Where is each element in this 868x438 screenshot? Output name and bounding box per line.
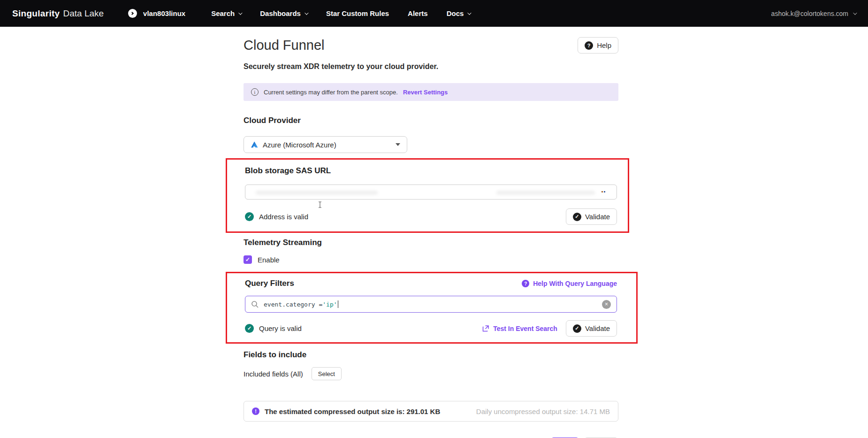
query-string-literal: 'ip'	[322, 301, 337, 308]
chevron-down-icon	[853, 11, 857, 15]
chevron-down-icon	[467, 11, 471, 15]
help-button-label: Help	[597, 41, 611, 49]
nav-item-dashboards[interactable]: Dashboards	[260, 9, 307, 17]
nav-item-search[interactable]: Search	[211, 9, 241, 17]
main-content: Cloud Funnel ? Help Securely stream XDR …	[244, 37, 618, 438]
redacted-text	[496, 191, 595, 194]
user-menu[interactable]: ashok.k@colortokens.com	[771, 10, 856, 17]
revert-settings-link[interactable]: Revert Settings	[403, 89, 448, 96]
page-subtitle: Securely stream XDR telemetry to your cl…	[244, 62, 618, 71]
nav-item-star-custom-rules[interactable]: Star Custom Rules	[326, 9, 389, 17]
scope-selector[interactable]: vlan803linux	[128, 9, 185, 18]
redacted-text	[256, 191, 378, 194]
brand-data-lake: Data Lake	[63, 8, 104, 19]
enable-label: Enable	[258, 256, 280, 264]
banner-text: Current settings may differ from the par…	[264, 89, 398, 96]
top-navbar: Singularity Data Lake vlan803linux Searc…	[0, 0, 868, 27]
enable-checkbox[interactable]: ✓	[244, 255, 252, 264]
sas-validate-button[interactable]: ✓ Validate	[566, 208, 617, 225]
page-title: Cloud Funnel	[244, 38, 325, 53]
query-text: event.category = 'ip'	[264, 300, 597, 308]
query-filters-highlight-box: Query Filters ? Help With Query Language…	[226, 272, 638, 344]
check-circle-icon: ✓	[573, 324, 581, 333]
sas-status-text: Address is valid	[259, 213, 566, 221]
search-icon	[251, 300, 259, 308]
test-link-label: Test In Event Search	[493, 325, 557, 332]
text-cursor-icon	[318, 201, 322, 208]
question-circle-icon: ?	[585, 41, 593, 50]
sas-url-heading: Blob storage SAS URL	[245, 166, 617, 176]
query-filter-input[interactable]: event.category = 'ip' ×	[245, 296, 617, 313]
help-link-label: Help With Query Language	[533, 280, 617, 287]
sas-url-highlight-box: Blob storage SAS URL ✓ Address is valid …	[226, 158, 629, 233]
valid-check-icon: ✓	[245, 324, 254, 333]
question-circle-icon: ?	[522, 280, 529, 287]
valid-check-icon: ✓	[245, 212, 254, 221]
nav-item-label: Alerts	[408, 9, 428, 17]
select-fields-button[interactable]: Select	[312, 367, 342, 380]
chevron-right-circle-icon	[128, 9, 137, 18]
validate-label: Validate	[585, 324, 610, 332]
azure-logo-icon	[251, 141, 258, 148]
included-fields-label: Included fields (All)	[244, 370, 303, 378]
output-size-estimate-box: ! The estimated compressed output size i…	[244, 401, 618, 422]
query-status-text: Query is valid	[259, 324, 482, 332]
info-circle-icon: i	[251, 88, 259, 96]
brand-logo: Singularity Data Lake	[12, 8, 104, 19]
nav-item-label: Dashboards	[260, 9, 301, 17]
scope-warning-banner: i Current settings may differ from the p…	[244, 83, 618, 101]
cloud-provider-dropdown[interactable]: Azure (Microsoft Azure)	[244, 136, 407, 153]
nav-item-alerts[interactable]: Alerts	[408, 9, 428, 17]
nav-item-docs[interactable]: Docs	[447, 9, 471, 17]
caret-down-icon	[396, 143, 400, 146]
validate-label: Validate	[585, 213, 610, 221]
help-button[interactable]: ? Help	[578, 37, 618, 54]
nav-item-label: Docs	[447, 9, 464, 17]
clear-query-icon[interactable]: ×	[602, 300, 611, 309]
cloud-provider-selected: Azure (Microsoft Azure)	[263, 141, 391, 149]
external-link-icon	[482, 325, 489, 332]
query-validate-button[interactable]: ✓ Validate	[566, 320, 617, 337]
test-in-event-search-link[interactable]: Test In Event Search	[482, 325, 557, 332]
query-prefix: event.category =	[264, 301, 322, 308]
chevron-down-icon	[238, 11, 242, 15]
enable-telemetry-row[interactable]: ✓ Enable	[244, 255, 618, 264]
brand-singularity: Singularity	[12, 8, 60, 19]
chevron-down-icon	[305, 11, 308, 15]
scope-name: vlan803linux	[143, 9, 185, 17]
user-email: ashok.k@colortokens.com	[771, 10, 848, 17]
info-exclamation-icon: !	[252, 407, 259, 415]
cloud-provider-heading: Cloud Provider	[244, 116, 618, 125]
check-circle-icon: ✓	[573, 213, 581, 221]
sas-url-input[interactable]	[245, 184, 617, 200]
nav-item-label: Star Custom Rules	[326, 9, 389, 17]
telemetry-streaming-heading: Telemetry Streaming	[244, 238, 618, 247]
fields-to-include-heading: Fields to include	[244, 350, 618, 360]
nav-item-label: Search	[211, 9, 235, 17]
compressed-output-size: The estimated compressed output size is:…	[265, 407, 440, 415]
nav-menu: Search Dashboards Star Custom Rules Aler…	[211, 9, 470, 17]
text-caret	[338, 300, 338, 308]
query-filters-heading: Query Filters	[245, 279, 294, 288]
redacted-dots	[602, 191, 605, 192]
uncompressed-output-size: Daily uncompressed output size: 14.71 MB	[476, 407, 610, 415]
help-with-query-language-link[interactable]: ? Help With Query Language	[522, 280, 617, 287]
